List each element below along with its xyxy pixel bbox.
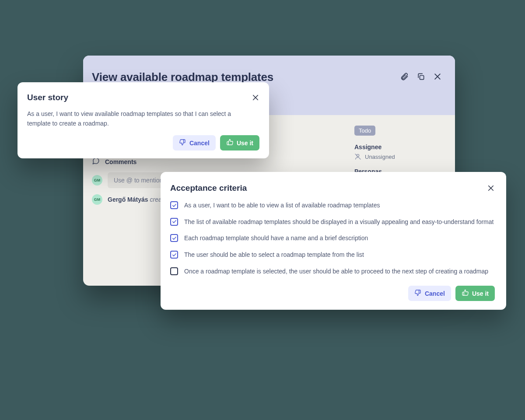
ac-item-text: As a user, I want to be able to view a l… (184, 201, 380, 210)
close-icon[interactable] (487, 184, 495, 192)
ac-item-text: The list of available roadmap templates … (184, 217, 494, 227)
checkbox[interactable] (170, 218, 178, 226)
header-actions (400, 70, 442, 81)
status-badge[interactable]: Todo (354, 126, 375, 136)
assignee-label: Assignee (354, 144, 442, 150)
svg-rect-0 (420, 76, 424, 80)
user-story-actions: Cancel Use it (27, 135, 259, 150)
thumbs-up-icon (462, 289, 469, 298)
author-action: crea (150, 196, 161, 203)
thumbs-down-icon (179, 139, 186, 147)
acceptance-criteria-dialog: Acceptance criteria As a user, I want to… (161, 172, 506, 310)
avatar: GM (92, 175, 102, 186)
ac-actions: Cancel Use it (170, 286, 495, 301)
ac-list: As a user, I want to be able to view a l… (170, 201, 495, 276)
ac-item: Each roadmap template should have a name… (170, 234, 495, 243)
user-story-title: User story (27, 93, 68, 102)
cancel-button[interactable]: Cancel (408, 286, 451, 301)
close-icon[interactable] (252, 94, 259, 102)
ac-item-text: Each roadmap template should have a name… (184, 234, 368, 243)
ac-title: Acceptance criteria (170, 183, 247, 193)
thumbs-down-icon (414, 289, 421, 298)
avatar: GM (92, 194, 102, 205)
checkbox[interactable] (170, 267, 178, 275)
ac-item: The list of available roadmap templates … (170, 217, 495, 227)
comments-label: Comments (105, 158, 136, 165)
user-story-header: User story (27, 93, 259, 102)
copy-icon[interactable] (416, 72, 425, 81)
use-label: Use it (237, 140, 253, 147)
close-icon[interactable] (433, 72, 442, 81)
user-story-dialog: User story As a user, I want to view ava… (18, 82, 269, 158)
cancel-label: Cancel (425, 290, 445, 297)
cancel-button[interactable]: Cancel (173, 135, 216, 150)
checkbox[interactable] (170, 201, 178, 209)
use-label: Use it (472, 290, 489, 297)
comments-heading: Comments (92, 157, 337, 166)
checkbox[interactable] (170, 251, 178, 259)
attachment-icon[interactable] (400, 72, 409, 81)
cancel-label: Cancel (189, 140, 210, 147)
thumbs-up-icon (226, 139, 233, 147)
ac-header: Acceptance criteria (170, 183, 495, 193)
user-story-body: As a user, I want to view available road… (27, 109, 246, 128)
ac-item-text: The user should be able to select a road… (184, 250, 364, 260)
use-it-button[interactable]: Use it (455, 286, 495, 301)
comments-icon (92, 157, 100, 166)
activity-text: Gergő Mátyás crea (108, 196, 162, 203)
ac-item-text: Once a roadmap template is selected, the… (184, 267, 488, 276)
ac-item: The user should be able to select a road… (170, 250, 495, 260)
assignee-value[interactable]: Unassigned (354, 153, 442, 160)
ac-item: As a user, I want to be able to view a l… (170, 201, 495, 210)
ac-item: Once a roadmap template is selected, the… (170, 267, 495, 276)
use-it-button[interactable]: Use it (220, 135, 259, 150)
assignee-text: Unassigned (365, 154, 395, 160)
checkbox[interactable] (170, 234, 178, 242)
person-off-icon (354, 153, 361, 160)
author-name: Gergő Mátyás (108, 196, 148, 203)
